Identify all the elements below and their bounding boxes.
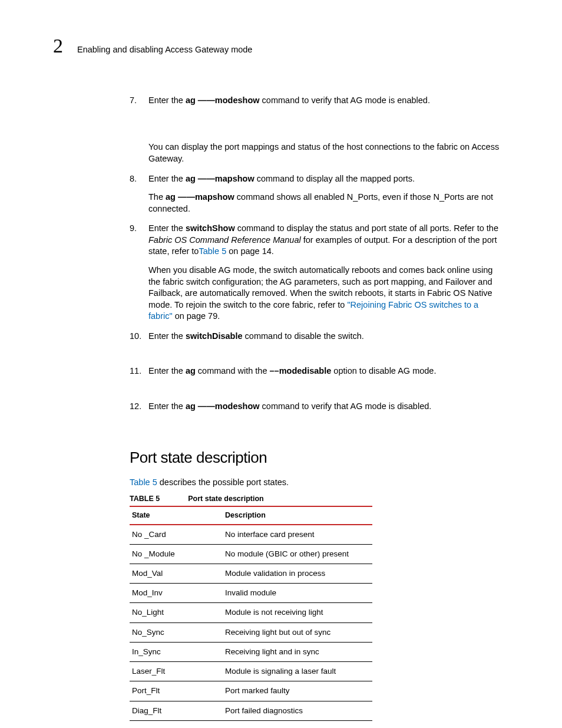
step-number: 8. (130, 173, 148, 215)
text-run: Enter the (148, 223, 186, 233)
text-run: Fabric OS Command Reference Manual (148, 235, 301, 245)
cell-description: No module (GBIC or other) present (223, 544, 372, 564)
text-run: ag (186, 174, 198, 183)
cell-description: Module is not receiving light (223, 603, 372, 622)
text-run: ag (166, 192, 178, 202)
cell-state: Port_Flt (130, 681, 223, 701)
table-row: No _CardNo interface card present (130, 525, 372, 545)
step-body: Enter the ag ——modeshow command to verif… (148, 95, 503, 165)
chapter-number: 2 (53, 32, 63, 60)
step-paragraph: You can display the port mappings and st… (148, 141, 503, 164)
text-run: command to display the status and port s… (235, 223, 498, 233)
col-state: State (130, 506, 223, 525)
cross-reference-link[interactable]: Table 5 (199, 246, 226, 256)
text-run: ag (186, 401, 198, 411)
cross-reference-link[interactable]: Table 5 (130, 477, 157, 487)
page-header: 2 Enabling and disabling Access Gateway … (53, 32, 509, 60)
text-run: The (148, 192, 166, 202)
cell-state: Laser_Flt (130, 662, 223, 681)
step-body: Enter the ag ——modeshow command to verif… (148, 401, 503, 413)
cell-state: Mod_Inv (130, 584, 223, 603)
text-run: switchShow (186, 223, 235, 233)
table-header-row: State Description (130, 506, 372, 525)
table-row: Diag_FltPort failed diagnostics (130, 701, 372, 720)
table-row: Mod_InvInvalid module (130, 584, 372, 603)
page-container: 2 Enabling and disabling Access Gateway … (0, 0, 562, 728)
table-label: TABLE 5 (130, 495, 160, 503)
cell-state: In_Sync (130, 642, 223, 661)
text-run: on page 14. (226, 246, 274, 256)
cell-state: No_Sync (130, 622, 223, 642)
section-title: Port state description (130, 447, 503, 468)
step-paragraph: When you disable AG mode, the switch aut… (148, 265, 503, 322)
text-run: ––modedisable (270, 366, 332, 375)
cell-description: Port failed diagnostics (223, 701, 372, 720)
table-row: Mod_ValModule validation in process (130, 564, 372, 583)
step-paragraph: Enter the switchShow command to display … (148, 223, 503, 258)
step-number: 9. (130, 223, 148, 322)
step-body: Enter the ag ——mapshow command to displa… (148, 173, 503, 215)
step-item: 8.Enter the ag ——mapshow command to disp… (130, 173, 503, 215)
cell-description: Receiving light but out of sync (223, 622, 372, 642)
step-paragraph: Enter the ag ——mapshow command to displa… (148, 173, 503, 185)
text-run: Enter the (148, 366, 186, 375)
step-body: Enter the switchDisable command to disab… (148, 331, 503, 342)
cell-state: Mod_Val (130, 564, 223, 583)
content-area: 7.Enter the ag ——modeshow command to ver… (130, 95, 503, 721)
cell-description: Invalid module (223, 584, 372, 603)
table-row: No_SyncReceiving light but out of sync (130, 622, 372, 642)
step-paragraph: The ag ——mapshow command shows all enabl… (148, 192, 503, 215)
text-run: Enter the (148, 95, 186, 105)
cell-description: No interface card present (223, 525, 372, 545)
step-number: 11. (130, 365, 148, 377)
text-run: ag (186, 95, 198, 105)
cell-description: Module validation in process (223, 564, 372, 583)
text-run: ——modeshow (198, 95, 260, 105)
text-run: command with the (196, 366, 270, 375)
table-caption-text: Port state description (188, 495, 264, 503)
step-item: 9.Enter the switchShow command to displa… (130, 223, 503, 322)
text-run: You can display the port mappings and st… (148, 142, 499, 163)
text-run: ——modeshow (198, 401, 260, 411)
step-body: Enter the ag command with the ––modedisa… (148, 365, 503, 377)
cell-state: No _Card (130, 525, 223, 545)
step-paragraph: Enter the switchDisable command to disab… (148, 331, 503, 342)
text-run: command to verify that AG mode is enable… (260, 95, 430, 105)
header-title: Enabling and disabling Access Gateway mo… (77, 44, 252, 56)
cell-state: No _Module (130, 544, 223, 564)
step-number: 7. (130, 95, 148, 165)
table-row: Laser_FltModule is signaling a laser fau… (130, 662, 372, 681)
step-item: 7.Enter the ag ——modeshow command to ver… (130, 95, 503, 165)
text-run: on page 79. (173, 311, 220, 321)
text-run: ——mapshow (198, 174, 254, 183)
text-run: ag (186, 366, 196, 375)
text-run: describes the possible port states. (157, 477, 289, 487)
table-row: No _ModuleNo module (GBIC or other) pres… (130, 544, 372, 564)
text-run: Enter the (148, 401, 186, 411)
text-run: ——mapshow (178, 192, 234, 202)
cell-description: Port marked faulty (223, 681, 372, 701)
step-paragraph: Enter the ag ——modeshow command to verif… (148, 401, 503, 413)
col-desc: Description (223, 506, 372, 525)
table-row: No_LightModule is not receiving light (130, 603, 372, 622)
text-run: command to display all the mapped ports. (254, 174, 415, 183)
step-paragraph: Enter the ag command with the ––modedisa… (148, 365, 503, 377)
text-run: option to disable AG mode. (331, 366, 436, 375)
table-row: Port_FltPort marked faulty (130, 681, 372, 701)
cell-state: No_Light (130, 603, 223, 622)
cell-description: Receiving light and in sync (223, 642, 372, 661)
step-paragraph: Enter the ag ——modeshow command to verif… (148, 95, 503, 107)
step-item: 10.Enter the switchDisable command to di… (130, 331, 503, 342)
procedure-steps: 7.Enter the ag ——modeshow command to ver… (130, 95, 503, 413)
port-state-table: State Description No _CardNo interface c… (130, 506, 372, 721)
cell-description: Module is signaling a laser fault (223, 662, 372, 681)
text-run: command to disable the switch. (243, 331, 364, 341)
step-item: 12.Enter the ag ——modeshow command to ve… (130, 401, 503, 413)
table-row: In_SyncReceiving light and in sync (130, 642, 372, 661)
step-body: Enter the switchShow command to display … (148, 223, 503, 322)
table-caption: TABLE 5 Port state description (130, 493, 503, 505)
cell-state: Diag_Flt (130, 701, 223, 720)
text-run: command to verify that AG mode is disabl… (260, 401, 432, 411)
text-run: Enter the (148, 174, 186, 183)
step-number: 12. (130, 401, 148, 413)
